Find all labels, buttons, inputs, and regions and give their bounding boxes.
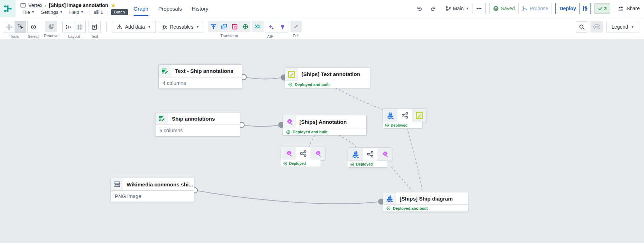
redo-button[interactable] [428, 4, 438, 13]
aip-weave-button[interactable] [252, 21, 264, 32]
auto-layout-button[interactable] [63, 21, 74, 33]
move-icon [6, 24, 12, 30]
reusables-button[interactable]: fx Reusables ▼ [158, 21, 204, 33]
cursor-select-icon [18, 24, 23, 30]
deployed-check-icon [286, 130, 290, 134]
deploy-group: Deploy [555, 3, 591, 14]
breadcrumb: Vertex › [Ships] image annotation ★ [20, 2, 116, 9]
checks-badge[interactable]: 3 [594, 3, 610, 14]
branch-control-group: Main ▼ ••• [442, 3, 486, 14]
node-output-ships-text-annotation[interactable]: [Ships] Text annotation Deployed and bui… [285, 67, 370, 88]
aip-group: AIP [252, 21, 288, 39]
search-button[interactable] [576, 21, 587, 33]
vertex-app: Vertex › [Ships] image annotation ★ File… [0, 0, 644, 243]
text-box-icon [92, 24, 98, 30]
sparkles-icon [268, 24, 274, 30]
deploy-button[interactable]: Deploy [556, 3, 580, 14]
pencil-icon [293, 24, 299, 29]
pen-icon [281, 147, 296, 160]
edge-solid[interactable] [242, 125, 281, 127]
breadcrumb-app[interactable]: Vertex [28, 2, 43, 8]
add-data-group: Add data ▼ [112, 21, 156, 33]
edit-button[interactable] [290, 21, 302, 32]
edge-dashed[interactable] [339, 135, 356, 147]
media-icon [111, 178, 123, 190]
add-data-button[interactable]: Add data ▼ [112, 21, 156, 33]
tab-proposals[interactable]: Proposals [158, 0, 182, 17]
menu-help[interactable]: Help▼ [67, 9, 86, 15]
edge-dashed[interactable] [335, 88, 384, 110]
dataset-edit-icon [156, 112, 168, 125]
select-tool-button[interactable] [15, 21, 26, 33]
tab-history[interactable]: History [192, 0, 208, 17]
legend-button[interactable]: Legend ▼ [606, 21, 639, 33]
node-title: Wikimedia commons shi... [123, 178, 194, 190]
node-output-ships-ship-diagram[interactable]: [Ships] Ship diagram Deployed and built [383, 192, 468, 212]
undo-icon [417, 6, 423, 12]
divider: | [107, 10, 108, 15]
aip-label: AIP [267, 34, 273, 39]
add-text-button[interactable] [89, 21, 100, 33]
remove-pie-icon [48, 24, 54, 30]
toolbar-right: Legend ▼ [576, 21, 639, 33]
function-icon: fx [163, 24, 167, 30]
node-status: Deployed and built [283, 128, 366, 135]
deploy-settings-button[interactable] [580, 3, 591, 14]
node-group-ship-pen[interactable]: Deployed [348, 147, 392, 168]
grid-icon [77, 24, 83, 30]
saved-button[interactable]: Saved [490, 3, 519, 14]
select-connected-button[interactable] [28, 21, 39, 33]
aip-suggest-button[interactable] [277, 21, 288, 33]
node-dataset-ship-annotations[interactable]: Ship annotations 6 columns [155, 112, 240, 137]
menu-settings[interactable]: Settings▼ [39, 9, 65, 15]
share-icon [363, 148, 377, 161]
edge-solid[interactable] [195, 190, 380, 204]
resource-count[interactable]: 1 [94, 10, 103, 15]
minimap-toggle[interactable] [591, 21, 603, 33]
deployed-check-icon [386, 206, 391, 210]
aip-assist-button[interactable] [265, 21, 277, 33]
tab-graph[interactable]: Graph [134, 0, 148, 17]
remove-button[interactable] [45, 21, 57, 32]
node-dataset-text-ship-annotations[interactable]: Text - Ship annotations 4 columns [158, 64, 242, 89]
menu-file[interactable]: File▼ [20, 9, 37, 15]
target-icon [30, 24, 36, 30]
node-group-annotation-pens[interactable]: Deployed [281, 147, 325, 167]
node-dataset-wikimedia-commons[interactable]: Wikimedia commons shi... PNG image [111, 178, 194, 202]
branch-more-button[interactable]: ••• [473, 3, 485, 14]
node-status: Deployed [383, 122, 423, 129]
branch-selector[interactable]: Main ▼ [442, 3, 473, 14]
dataset-edit-icon [159, 65, 171, 77]
transform-label: Transform [220, 34, 238, 38]
transform-join-button[interactable] [219, 21, 229, 32]
edge-solid[interactable] [244, 77, 283, 79]
share-button[interactable]: Share [618, 6, 640, 11]
pen-icon [310, 147, 325, 160]
undo-button[interactable] [415, 4, 425, 13]
lightbulb-icon [280, 24, 286, 30]
transform-filter-button[interactable] [208, 21, 219, 32]
favorite-star-icon[interactable]: ★ [111, 2, 116, 8]
transform-aggregate-button[interactable] [240, 21, 250, 32]
chevron-down-icon: ▼ [196, 25, 199, 29]
node-group-ship-text[interactable]: Deployed [383, 109, 427, 129]
edge-dashed[interactable] [309, 135, 315, 146]
pen-icon [283, 115, 296, 128]
layout-label: Layout [68, 34, 80, 39]
tab-bar: Graph Proposals History [134, 0, 208, 17]
edit-group: Edit [290, 21, 302, 38]
edge-dashed[interactable] [407, 128, 422, 191]
ship-icon [383, 109, 397, 122]
header-actions: Main ▼ ••• Saved [415, 0, 640, 17]
transform-pivot-button[interactable] [229, 21, 240, 32]
grid-layout-button[interactable] [74, 21, 85, 33]
node-output-ships-annotation[interactable]: [Ships] Annotation Deployed and built [283, 115, 367, 135]
edge-dashed[interactable] [391, 167, 412, 191]
share-icon [397, 109, 412, 122]
chevron-down-icon: ▼ [631, 25, 634, 29]
node-title: Text - Ship annotations [171, 65, 237, 77]
pan-tool-button[interactable] [3, 21, 15, 33]
graph-canvas[interactable]: Text - Ship annotations 4 columns [Ships… [0, 39, 644, 243]
vertex-logo[interactable] [0, 0, 16, 17]
propose-button[interactable]: Propose [518, 3, 552, 14]
